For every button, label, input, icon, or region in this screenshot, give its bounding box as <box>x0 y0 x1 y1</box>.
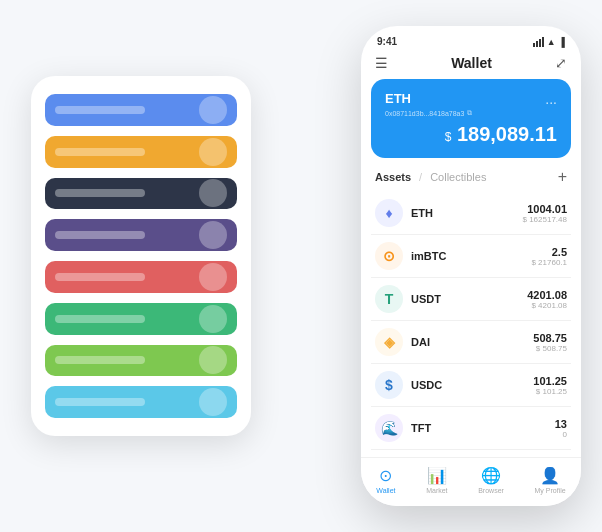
eth-address: 0x08711d3b...8418a78a3 ⧉ <box>385 109 557 117</box>
bg-card-card-red[interactable] <box>45 261 237 293</box>
nav-item-browser[interactable]: 🌐Browser <box>478 466 504 494</box>
asset-name-imbtc: imBTC <box>411 250 531 262</box>
phone-header: ☰ Wallet ⤢ <box>361 51 581 79</box>
asset-row-usdt[interactable]: TUSDT4201.08$ 4201.08 <box>371 278 571 321</box>
nav-label-profile: My Profile <box>535 487 566 494</box>
nav-icon-profile: 👤 <box>540 466 560 485</box>
asset-amount: 13 <box>555 418 567 430</box>
bg-card-card-light-green[interactable] <box>45 345 237 377</box>
asset-values-dai: 508.75$ 508.75 <box>533 332 567 353</box>
expand-icon[interactable]: ⤢ <box>555 55 567 71</box>
signal-icon <box>533 37 544 47</box>
asset-amount: 101.25 <box>533 375 567 387</box>
bg-card-card-light-blue[interactable] <box>45 386 237 418</box>
asset-name-tft: TFT <box>411 422 555 434</box>
asset-values-tft: 130 <box>555 418 567 439</box>
menu-icon[interactable]: ☰ <box>375 55 388 71</box>
asset-usd: $ 21760.1 <box>531 258 567 267</box>
asset-name-usdc: USDC <box>411 379 533 391</box>
asset-icon-usdc: $ <box>375 371 403 399</box>
asset-name-eth: ETH <box>411 207 523 219</box>
asset-usd: $ 162517.48 <box>523 215 568 224</box>
eth-balance: $ 189,089.11 <box>385 123 557 146</box>
bg-card-card-purple[interactable] <box>45 219 237 251</box>
wifi-icon: ▲ <box>547 37 556 47</box>
status-bar: 9:41 ▲ ▐ <box>361 26 581 51</box>
nav-label-market: Market <box>426 487 447 494</box>
nav-icon-wallet: ⊙ <box>379 466 392 485</box>
battery-icon: ▐ <box>559 37 565 47</box>
asset-values-eth: 1004.01$ 162517.48 <box>523 203 568 224</box>
asset-row-usdc[interactable]: $USDC101.25$ 101.25 <box>371 364 571 407</box>
nav-icon-browser: 🌐 <box>481 466 501 485</box>
status-time: 9:41 <box>377 36 397 47</box>
eth-card[interactable]: ETH ... 0x08711d3b...8418a78a3 ⧉ $ 189,0… <box>371 79 571 158</box>
asset-values-usdt: 4201.08$ 4201.08 <box>527 289 567 310</box>
asset-row-tft[interactable]: 🌊TFT130 <box>371 407 571 450</box>
asset-amount: 1004.01 <box>523 203 568 215</box>
asset-usd: $ 101.25 <box>533 387 567 396</box>
asset-list: ♦ETH1004.01$ 162517.48⊙imBTC2.5$ 21760.1… <box>361 192 581 457</box>
asset-name-usdt: USDT <box>411 293 527 305</box>
eth-card-label: ETH <box>385 91 411 106</box>
nav-item-profile[interactable]: 👤My Profile <box>535 466 566 494</box>
asset-icon-eth: ♦ <box>375 199 403 227</box>
nav-label-wallet: Wallet <box>376 487 395 494</box>
asset-icon-dai: ◈ <box>375 328 403 356</box>
assets-tabs: Assets / Collectibles <box>375 171 486 183</box>
copy-icon[interactable]: ⧉ <box>467 109 472 117</box>
nav-item-market[interactable]: 📊Market <box>426 466 447 494</box>
asset-usd: 0 <box>555 430 567 439</box>
tab-collectibles[interactable]: Collectibles <box>430 171 486 183</box>
asset-row-dai[interactable]: ◈DAI508.75$ 508.75 <box>371 321 571 364</box>
assets-header: Assets / Collectibles + <box>361 168 581 192</box>
asset-amount: 4201.08 <box>527 289 567 301</box>
asset-name-dai: DAI <box>411 336 533 348</box>
asset-amount: 2.5 <box>531 246 567 258</box>
bg-card-card-dark[interactable] <box>45 178 237 210</box>
asset-row-imbtc[interactable]: ⊙imBTC2.5$ 21760.1 <box>371 235 571 278</box>
asset-amount: 508.75 <box>533 332 567 344</box>
scene: 9:41 ▲ ▐ ☰ Wallet ⤢ ETH ... <box>11 16 591 516</box>
asset-values-usdc: 101.25$ 101.25 <box>533 375 567 396</box>
background-phone <box>31 76 251 436</box>
asset-icon-tft: 🌊 <box>375 414 403 442</box>
eth-more-icon[interactable]: ... <box>545 91 557 107</box>
asset-values-imbtc: 2.5$ 21760.1 <box>531 246 567 267</box>
nav-label-browser: Browser <box>478 487 504 494</box>
tab-separator: / <box>419 171 422 183</box>
asset-icon-imbtc: ⊙ <box>375 242 403 270</box>
add-asset-icon[interactable]: + <box>558 168 567 186</box>
nav-icon-market: 📊 <box>427 466 447 485</box>
bg-card-card-blue[interactable] <box>45 94 237 126</box>
asset-usd: $ 4201.08 <box>527 301 567 310</box>
bg-card-card-green[interactable] <box>45 303 237 335</box>
asset-icon-usdt: T <box>375 285 403 313</box>
foreground-phone: 9:41 ▲ ▐ ☰ Wallet ⤢ ETH ... <box>361 26 581 506</box>
bottom-nav: ⊙Wallet📊Market🌐Browser👤My Profile <box>361 457 581 506</box>
asset-usd: $ 508.75 <box>533 344 567 353</box>
status-icons: ▲ ▐ <box>533 37 565 47</box>
page-title: Wallet <box>451 55 492 71</box>
nav-item-wallet[interactable]: ⊙Wallet <box>376 466 395 494</box>
bg-card-card-orange[interactable] <box>45 136 237 168</box>
tab-assets[interactable]: Assets <box>375 171 411 183</box>
asset-row-eth[interactable]: ♦ETH1004.01$ 162517.48 <box>371 192 571 235</box>
